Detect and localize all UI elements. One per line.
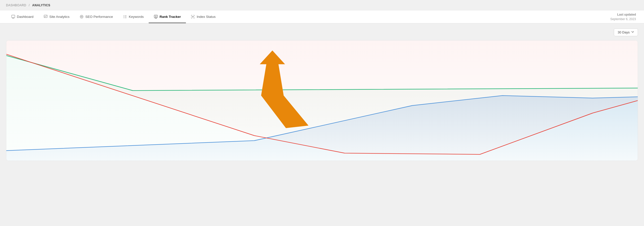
tab-dashboard[interactable]: Dashboard [6,11,38,23]
svg-rect-4 [44,15,47,18]
breadcrumb-separator: / [29,4,30,7]
chart-container [6,40,638,161]
tab-seo-performance[interactable]: SEO Performance [74,11,118,23]
svg-point-15 [155,16,156,17]
tab-rank-tracker-label: Rank Tracker [159,15,181,19]
tab-index-status-label: Index Status [197,15,216,19]
tab-site-analytics-label: Site Analytics [49,15,69,19]
tab-site-analytics[interactable]: Site Analytics [38,11,74,23]
eye-circle-icon [79,15,84,19]
chevron-down-icon [631,30,634,34]
tab-dashboard-label: Dashboard [17,15,33,19]
monitor-dot-icon [154,15,158,19]
tab-seo-performance-label: SEO Performance [85,15,113,19]
eye-scan-icon [191,15,195,19]
tab-index-status[interactable]: Index Status [186,11,221,23]
breadcrumb-current: ANALYTICS [32,4,50,7]
last-updated-date: September 6, 2023 [610,17,636,21]
svg-point-20 [193,16,193,17]
svg-rect-0 [12,15,15,18]
list-bars-icon [123,15,127,19]
last-updated: Last updated September 6, 2023 [610,12,638,21]
breadcrumb-home[interactable]: DASHBOARD [6,4,26,7]
days-dropdown[interactable]: 30 Days [614,28,638,36]
chart-up-icon [44,15,48,19]
tab-keywords[interactable]: Keywords [118,11,149,23]
last-updated-label: Last updated [610,12,636,17]
svg-rect-14 [154,15,157,18]
tab-keywords-label: Keywords [129,15,144,19]
controls-row: 30 Days [6,28,638,36]
tab-rank-tracker[interactable]: Rank Tracker [149,11,186,23]
days-dropdown-value: 30 Days [618,30,630,34]
main-content: 30 Days [0,23,644,166]
chart-svg [6,40,638,161]
monitor-icon [11,15,15,19]
svg-point-7 [81,16,82,17]
tabs-bar: Dashboard Site Analytics SEO Performance [0,11,644,23]
breadcrumb: DASHBOARD / ANALYTICS [0,0,644,11]
